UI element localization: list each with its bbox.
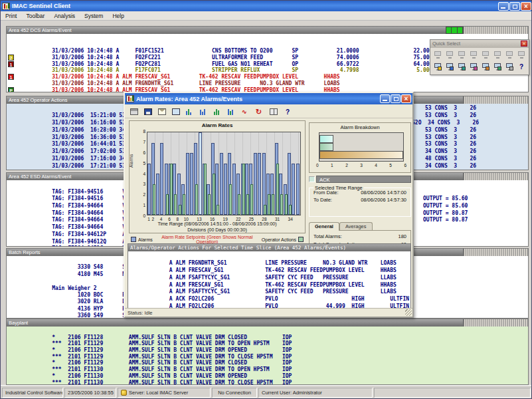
ops-scrollbar[interactable] <box>463 96 528 104</box>
ack-checkbox[interactable] <box>309 176 315 182</box>
resize-grip[interactable] <box>405 309 412 316</box>
line-chart-button[interactable]: ∿ <box>239 106 252 117</box>
row-right-text: 53 CONS 3 26 <box>425 134 476 142</box>
help-icon[interactable]: ? <box>516 61 527 72</box>
legend-setpoints: Alarm Rate Setpoints (Green Shows Normal… <box>153 235 262 244</box>
batch-view-icon[interactable] <box>444 61 455 72</box>
esd-scrollbar[interactable] <box>463 173 528 180</box>
row-right-text: OUTPUT = 85.60 <box>423 203 468 210</box>
status-connection: No Connection <box>212 388 257 398</box>
table-row[interactable]: A ALM FRESCAV_SG1 TK-462 RESCAV FEEDPUMP… <box>128 275 410 282</box>
panel-dcs-title: Area 452 DCS Alarms/Event <box>9 27 72 33</box>
mail-icon <box>158 108 166 115</box>
alarm-rates-window: Alarm Rates: Area 452 Alarms/Events × ∿ … <box>124 92 414 318</box>
dcs-scrollbar[interactable] <box>463 27 528 34</box>
table-row[interactable]: *** 2101 FI1129 AMM.SULF SLTN B CLNT VAL… <box>7 347 528 354</box>
table-row[interactable]: P 31/03/2006 10:24:48 A RTN FO1LCA333 PV… <box>7 87 528 92</box>
split-icon <box>270 108 278 115</box>
exit-icon[interactable] <box>504 61 515 72</box>
priority-badge: 1 <box>8 61 14 67</box>
table-row[interactable]: *** 2101 FI1130 AMM.SULF SLTN B CLNT VAL… <box>7 360 528 366</box>
clipboard-icon[interactable] <box>492 61 503 72</box>
table-row[interactable]: A ALM FO2LC206 PVLO 44.999 HIGH ULTFIN L… <box>128 296 410 303</box>
plot-area[interactable] <box>147 132 301 215</box>
chart-view-3-button[interactable] <box>211 106 224 117</box>
refresh-button[interactable]: ↻ <box>253 106 266 117</box>
save-button[interactable] <box>141 106 154 117</box>
add-view-icon[interactable] <box>456 61 467 72</box>
workstation-icon-1[interactable] <box>432 49 443 60</box>
bar-chart-icon <box>228 108 236 115</box>
restore-button[interactable] <box>509 2 520 11</box>
close-icon[interactable]: × <box>521 41 527 47</box>
table-row[interactable]: A ALM FRGNDHTR_SG1 LINE PRESSURE NO.3 GL… <box>128 253 410 260</box>
workstation-icon-3[interactable] <box>456 49 467 60</box>
table-row[interactable]: *** 2101 FI1130 AMM.SULF SLTN B CLNT VAL… <box>7 373 528 380</box>
export-button[interactable] <box>155 106 168 117</box>
alarm-breakdown-bars[interactable] <box>319 132 404 162</box>
report-icon[interactable] <box>480 61 491 72</box>
title-bar[interactable]: IMAC Sentinel Client × <box>1 1 532 11</box>
table-row[interactable]: * 2106 FI1129 AMM.SULF SLTN B CLNT VALVE… <box>7 340 528 347</box>
help-button[interactable]: ? <box>281 106 294 117</box>
chart-legend: Alarms Alarm Rate Setpoints (Green Shows… <box>129 235 306 244</box>
minimize-button[interactable] <box>498 2 509 11</box>
breakdown-title: Alarm Breakdown <box>310 124 410 130</box>
menu-analysis[interactable]: Analysis <box>49 11 80 20</box>
display-button[interactable] <box>169 106 182 117</box>
time-slice-list: Alarms/Operator Actions For Selected Tim… <box>128 243 411 309</box>
table-row[interactable]: * 2106 FI1128 AMM.SULF SLTN B CLNT VALVE… <box>7 328 528 334</box>
status-app: Industrial Control Software <box>2 388 63 398</box>
time-slice-list-header: Alarms/Operator Actions For Selected Tim… <box>128 244 410 251</box>
workstation-icon-4[interactable] <box>468 49 479 60</box>
to-date-value: 08/06/2006 14:57:30 <box>361 197 406 203</box>
workstation-icon-7[interactable] <box>504 49 515 60</box>
print-button[interactable] <box>128 106 140 117</box>
popup-titlebar[interactable]: Alarm Rates: Area 452 Alarms/Events × <box>125 93 412 104</box>
popup-maximize-button[interactable] <box>391 94 400 103</box>
menu-system[interactable]: System <box>80 11 108 20</box>
table-row[interactable]: 31/03/2006 10:24:48 A ALM FRGNDHTR_SG1 L… <box>7 80 528 87</box>
status-datetime: 23/05/2006 10:38:55 <box>64 388 116 398</box>
chart-export-button[interactable] <box>225 106 238 117</box>
alarm-analysis-icon[interactable] <box>432 61 443 72</box>
batch-scrollbar[interactable] <box>463 249 528 256</box>
table-row[interactable]: A ALM FSAFTYCYC_SG1 SAFETY CYC FEED PRES… <box>128 282 410 289</box>
status-bar: Industrial Control Software 23/05/2006 1… <box>1 385 532 399</box>
popup-close-button[interactable]: × <box>401 94 411 103</box>
table-row[interactable]: A ALM FRESCAV_SG1 TK-462 RESCAV FEEDPUMP… <box>128 260 410 267</box>
alarm-rates-yaxis: 876543210 <box>137 129 145 218</box>
workstation-icon-2[interactable] <box>444 49 455 60</box>
table-row[interactable]: *** 2101 FI1129 AMM.SULF SLTN B CLNT VAL… <box>7 334 528 341</box>
table-row[interactable]: A ALM FSAFTYCYC_SG1 SAFETY CYC FEED PRES… <box>128 267 410 275</box>
tab-general[interactable]: General <box>309 222 339 231</box>
bayplant-scrollbar[interactable] <box>463 319 528 327</box>
table-row[interactable]: * 2106 FI1129 AMM.SULF SLTN B CLNT VALVE… <box>7 354 528 360</box>
row-right-text: S2O 34 CONS 3 26 <box>412 120 479 127</box>
close-button[interactable]: × <box>521 2 531 11</box>
table-row[interactable]: A ACK FO2LC206 PVLO HIGH ULTFIN LP SEPRT… <box>128 289 410 296</box>
workstation-icon-6[interactable] <box>492 49 503 60</box>
workstation-icon-8[interactable] <box>516 49 527 60</box>
menu-print[interactable]: Print <box>1 11 21 20</box>
menu-help[interactable]: Help <box>108 11 128 20</box>
total-alarms-value: 180 <box>398 233 406 239</box>
time-slice-rows: A ALM FRGNDHTR_SG1 LINE PRESSURE NO.3 GL… <box>128 251 410 309</box>
menu-toolbar[interactable]: Toolbar <box>21 11 49 20</box>
row-right-text: OUTPUT = 85.60 <box>423 196 468 203</box>
ack-row: ACK <box>309 175 411 183</box>
quick-select-titlebar[interactable]: Quick Select × <box>430 40 529 48</box>
chart-view-1-button[interactable] <box>183 106 196 117</box>
panel-bayplant-header: Bayplant <box>7 319 528 327</box>
row-right-text: 53 CONS 3 26 <box>425 105 476 112</box>
chart-view-2-button[interactable] <box>197 106 210 117</box>
from-date-value: 08/06/2006 14:57:00 <box>361 190 406 196</box>
alarms-swatch <box>131 237 136 242</box>
popup-minimize-button[interactable] <box>380 94 390 103</box>
split-view-button[interactable] <box>267 106 280 117</box>
workstation-icon-5[interactable] <box>480 49 491 60</box>
panel-esd-title: Area 452 ESD Alarms/Event <box>9 174 71 180</box>
table-row[interactable]: * 2106 FI1130 AMM.SULF SLTN B CLNT VALVE… <box>7 366 528 373</box>
table-row[interactable]: * 2106 FI1130 AMM.SULF SLTN B CLNT VALVE… <box>7 380 528 385</box>
inspect-icon[interactable] <box>468 61 479 72</box>
